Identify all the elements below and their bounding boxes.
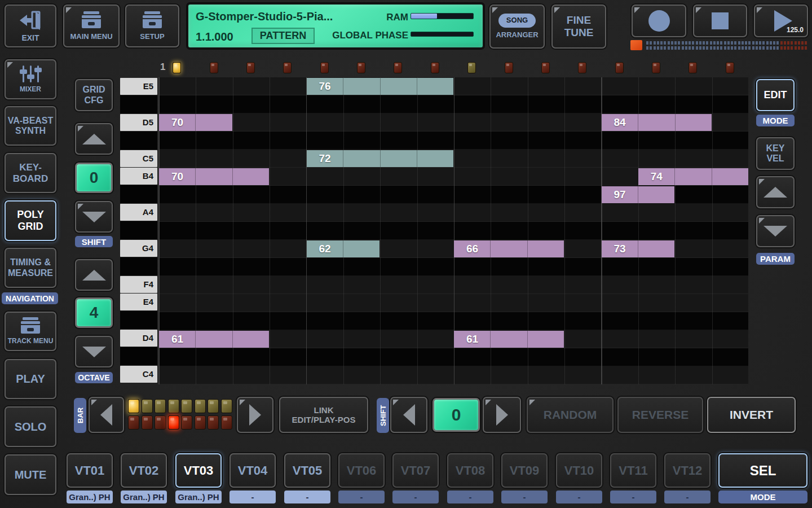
track-button-VT04[interactable]: VT04 xyxy=(230,453,276,488)
octave-down-button[interactable] xyxy=(75,336,113,367)
play-mode-button[interactable]: PLAY xyxy=(5,359,56,399)
grid-row-B4[interactable]: 7074 xyxy=(159,168,748,186)
piano-key-A4[interactable]: A4 xyxy=(120,204,157,221)
piano-key-D5[interactable]: D5 xyxy=(120,114,157,131)
sel-mode-button[interactable]: SEL xyxy=(718,453,807,488)
shift-up-button[interactable] xyxy=(75,123,113,155)
shift-right-button[interactable] xyxy=(483,397,521,433)
mute-button[interactable]: MUTE xyxy=(5,454,56,495)
down-arrow-icon xyxy=(764,226,787,237)
main-menu-button[interactable]: MAIN MENU xyxy=(63,5,120,47)
bar-prev-button[interactable] xyxy=(89,397,124,433)
param-badge: PARAM xyxy=(756,253,795,265)
grid-row-G#4[interactable] xyxy=(159,222,748,240)
shift-down-button[interactable] xyxy=(75,201,113,233)
piano-key-E4[interactable]: E4 xyxy=(120,294,157,310)
piano-key-C4[interactable]: C4 xyxy=(120,366,157,383)
track-button-VT01[interactable]: VT01 xyxy=(67,453,113,488)
grid-row-E5[interactable]: 76 xyxy=(159,77,748,95)
track-button-VT03[interactable]: VT03 xyxy=(175,453,222,488)
piano-key-E5[interactable]: E5 xyxy=(120,78,157,95)
param-up-button[interactable] xyxy=(756,176,795,208)
sidebar-item-poly-grid[interactable]: POLY GRID xyxy=(5,200,56,241)
step-led-6 xyxy=(357,62,365,73)
track-button-VT07[interactable]: VT07 xyxy=(392,453,439,488)
piano-key-A#4[interactable] xyxy=(120,185,157,203)
track-button-VT10[interactable]: VT10 xyxy=(556,453,602,488)
note-A#4-step13[interactable]: 97 xyxy=(602,186,675,203)
grid-row-C#4[interactable] xyxy=(159,348,748,366)
track-button-VT12[interactable]: VT12 xyxy=(664,453,710,488)
song-arranger-button[interactable]: SONG ARRANGER xyxy=(489,5,545,49)
shift-section-badge: SHIFT xyxy=(377,398,389,433)
note-D4-step1[interactable]: 61 xyxy=(159,331,269,348)
edit-mode-button[interactable]: EDIT xyxy=(756,79,795,111)
piano-key-D#5[interactable] xyxy=(120,95,157,113)
track-button-VT08[interactable]: VT08 xyxy=(447,453,493,488)
grid-cfg-button[interactable]: GRID CFG xyxy=(75,79,113,111)
note-B4-step1[interactable]: 70 xyxy=(159,168,269,185)
note-C5-step5[interactable]: 72 xyxy=(307,150,454,167)
track-menu-button[interactable]: TRACK MENU xyxy=(5,312,56,351)
random-button[interactable]: RANDOM xyxy=(527,397,614,433)
grid-row-E4[interactable] xyxy=(159,294,748,312)
note-grid[interactable]: 767084727074976266736161 xyxy=(158,77,748,384)
play-button[interactable]: 125.0 xyxy=(754,5,808,37)
link-edit-play-pos-button[interactable]: LINK EDIT/PLAY-POS xyxy=(279,397,368,433)
piano-key-C#4[interactable] xyxy=(120,347,157,365)
reverse-button[interactable]: REVERSE xyxy=(617,397,703,433)
grid-row-C5[interactable]: 72 xyxy=(159,150,748,168)
note-B4-step14[interactable]: 74 xyxy=(638,168,748,185)
solo-button[interactable]: SOLO xyxy=(5,406,56,447)
piano-key-F4[interactable]: F4 xyxy=(120,276,157,293)
grid-row-C4[interactable] xyxy=(159,366,748,384)
note-D5-step13[interactable]: 84 xyxy=(602,114,712,131)
grid-row-F4[interactable] xyxy=(159,276,748,294)
piano-key-C#5[interactable] xyxy=(120,132,157,150)
note-G4-step13[interactable]: 73 xyxy=(602,240,675,257)
grid-row-D5[interactable]: 7084 xyxy=(159,113,748,132)
stop-button[interactable] xyxy=(693,5,747,37)
record-button[interactable] xyxy=(632,5,686,37)
grid-row-F#4[interactable] xyxy=(159,258,748,276)
grid-row-G4[interactable]: 626673 xyxy=(159,240,748,258)
shift-left-button[interactable] xyxy=(390,397,427,433)
track-button-VT06[interactable]: VT06 xyxy=(338,453,385,488)
sidebar-item-mixer[interactable]: MIXER xyxy=(5,59,56,99)
piano-key-D#4[interactable] xyxy=(120,311,157,329)
note-G4-step9[interactable]: 66 xyxy=(454,240,564,257)
key-vel-button[interactable]: KEY VEL xyxy=(756,137,795,170)
grid-row-C#5[interactable] xyxy=(159,132,748,150)
piano-key-G#4[interactable] xyxy=(120,221,157,239)
note-G4-step5[interactable]: 62 xyxy=(307,240,380,257)
piano-key-F#4[interactable] xyxy=(120,257,157,275)
piano-key-B4[interactable]: B4 xyxy=(120,168,157,185)
track-button-VT09[interactable]: VT09 xyxy=(501,453,548,488)
note-E5-step5[interactable]: 76 xyxy=(307,78,454,95)
param-down-button[interactable] xyxy=(756,215,795,247)
bar-next-button[interactable] xyxy=(237,397,273,433)
sidebar-item-timing-measure[interactable]: TIMING & MEASURE xyxy=(5,248,56,288)
keyboard-label2: BOARD xyxy=(13,173,48,185)
grid-row-D4[interactable]: 6161 xyxy=(159,330,748,348)
piano-key-G4[interactable]: G4 xyxy=(120,240,157,257)
track-button-VT05[interactable]: VT05 xyxy=(284,453,330,488)
setup-button[interactable]: SETUP xyxy=(125,5,179,47)
fine-tune-button[interactable]: FINE TUNE xyxy=(551,5,606,49)
sidebar-item-keyboard[interactable]: KEY- BOARD xyxy=(5,153,56,193)
octave-up-button[interactable] xyxy=(75,259,113,291)
note-D5-step1[interactable]: 70 xyxy=(159,114,232,131)
track-button-VT02[interactable]: VT02 xyxy=(121,453,167,488)
grid-row-D#4[interactable] xyxy=(159,312,748,330)
bar-led-r2-8 xyxy=(221,415,232,430)
invert-button[interactable]: INVERT xyxy=(707,397,796,433)
piano-key-C5[interactable]: C5 xyxy=(120,150,157,167)
grid-row-A#4[interactable]: 97 xyxy=(159,186,748,204)
note-D4-step9[interactable]: 61 xyxy=(454,331,564,348)
grid-row-A4[interactable] xyxy=(159,204,748,222)
exit-button[interactable]: EXIT xyxy=(5,5,56,47)
piano-key-D4[interactable]: D4 xyxy=(120,330,157,347)
sidebar-item-va-beast-synth[interactable]: VA-BEAST SYNTH xyxy=(5,106,56,146)
track-button-VT11[interactable]: VT11 xyxy=(610,453,656,488)
grid-row-D#5[interactable] xyxy=(159,95,748,113)
